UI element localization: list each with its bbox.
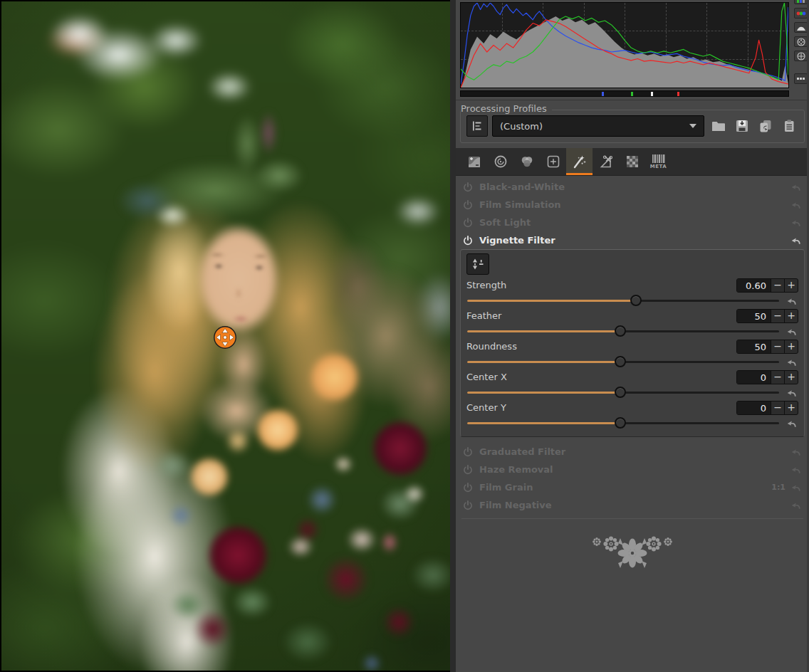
load-profile-button[interactable] — [709, 117, 728, 136]
medium-flower-right — [646, 536, 661, 551]
reset-icon[interactable] — [786, 357, 798, 367]
histogram-luminosity-button[interactable] — [794, 22, 808, 33]
decrement-button[interactable]: − — [771, 279, 784, 292]
copy-icon — [757, 117, 774, 135]
filter-row-soft-light[interactable]: Soft Light — [456, 214, 809, 231]
tab-exposure[interactable] — [461, 148, 487, 175]
medium-flower-left — [603, 536, 618, 551]
value-field[interactable]: 0 — [737, 401, 771, 414]
histogram-raw-button[interactable] — [794, 36, 808, 47]
center-x-slider[interactable] — [466, 385, 780, 399]
slider-label: Roundness — [466, 341, 517, 352]
reset-icon[interactable] — [786, 419, 798, 428]
slider-knob[interactable] — [615, 417, 626, 429]
slider-knob[interactable] — [615, 387, 626, 398]
decrement-button[interactable]: − — [771, 340, 784, 353]
reset-icon[interactable] — [786, 296, 798, 305]
feather-slider[interactable] — [466, 324, 780, 338]
slider-label: Center Y — [466, 402, 506, 413]
photo-preview[interactable] — [0, 0, 450, 672]
reset-icon[interactable] — [790, 200, 803, 209]
one-to-one-badge: 1:1 — [771, 483, 785, 492]
power-icon[interactable] — [463, 236, 473, 246]
tab-color[interactable] — [513, 148, 540, 175]
reset-icon[interactable] — [790, 483, 803, 492]
value-spinner: 50 − + — [736, 340, 798, 354]
tab-effects[interactable] — [566, 148, 593, 175]
histogram-chroma-button[interactable] — [794, 51, 808, 61]
decrement-button[interactable]: − — [771, 401, 784, 414]
tab-local-adjustments[interactable] — [540, 148, 566, 175]
save-profile-button[interactable] — [732, 117, 751, 136]
profile-select-dropdown[interactable]: (Custom) — [492, 115, 704, 137]
increment-button[interactable]: + — [784, 310, 798, 322]
small-flower-right — [664, 537, 672, 546]
tab-raw[interactable] — [619, 148, 645, 175]
power-icon[interactable] — [463, 465, 473, 475]
slider-group-center-y: Center Y 0 − + — [466, 399, 798, 430]
filter-row-vignette-filter[interactable]: Vignette Filter — [456, 231, 809, 249]
increment-button[interactable]: + — [784, 401, 798, 414]
reset-icon[interactable] — [790, 236, 803, 245]
histogram-rgb-button[interactable] — [794, 8, 808, 19]
move-cursor-icon — [213, 325, 237, 350]
reset-icon[interactable] — [790, 465, 803, 474]
value-field[interactable]: 0 — [737, 371, 771, 384]
reset-icon[interactable] — [786, 327, 798, 336]
power-icon[interactable] — [463, 500, 473, 510]
filter-row-film-grain[interactable]: Film Grain 1:1 — [456, 478, 809, 496]
slider-knob[interactable] — [615, 325, 626, 337]
power-icon[interactable] — [463, 200, 473, 210]
reset-icon[interactable] — [790, 500, 803, 510]
scale-partial-icon — [796, 0, 805, 3]
slider-label: Strength — [466, 280, 506, 290]
reset-icon[interactable] — [790, 447, 803, 456]
filter-row-haze-removal[interactable]: Haze Removal — [456, 461, 809, 478]
slider-knob[interactable] — [630, 295, 642, 306]
profile-fill-mode-button[interactable] — [466, 115, 488, 137]
vignette-center-adjust-button[interactable] — [466, 253, 489, 275]
filter-row-film-negative[interactable]: Film Negative — [456, 496, 809, 514]
decrement-button[interactable]: − — [771, 310, 784, 322]
tab-metadata[interactable]: META — [645, 148, 672, 175]
power-icon[interactable] — [463, 218, 473, 228]
vignette-center-handle[interactable] — [213, 325, 237, 350]
tab-transform[interactable] — [593, 148, 619, 175]
power-icon[interactable] — [463, 447, 473, 457]
increment-button[interactable]: + — [784, 371, 798, 384]
power-icon[interactable] — [463, 483, 473, 493]
tab-metadata-label: META — [650, 164, 667, 169]
histogram-scale-button[interactable] — [794, 0, 808, 4]
filter-label: Vignette Filter — [479, 235, 555, 246]
scale-marker — [602, 92, 604, 96]
filter-row-graduated-filter[interactable]: Graduated Filter — [456, 443, 809, 461]
scale-marker — [651, 92, 653, 96]
slider-knob[interactable] — [615, 356, 626, 367]
bar-options-icon — [796, 76, 805, 81]
paste-profile-button[interactable] — [779, 117, 798, 136]
rgb-channels-icon — [796, 10, 806, 17]
value-field[interactable]: 50 — [737, 310, 771, 322]
center-y-slider[interactable] — [466, 416, 780, 430]
editor-right-panel: Processing Profiles (Custom) — [456, 0, 809, 672]
value-field[interactable]: 0.60 — [737, 279, 771, 292]
histogram-bar-button[interactable] — [794, 73, 808, 84]
roundness-slider[interactable] — [466, 355, 780, 369]
scale-marker — [631, 92, 633, 96]
decrement-button[interactable]: − — [771, 371, 784, 384]
tab-detail[interactable] — [487, 148, 513, 175]
filter-row-black-and-white[interactable]: Black-and-White — [456, 178, 809, 196]
value-field[interactable]: 50 — [737, 340, 771, 353]
power-icon[interactable] — [463, 182, 473, 192]
filter-row-film-simulation[interactable]: Film Simulation — [456, 196, 809, 214]
increment-button[interactable]: + — [784, 340, 798, 353]
increment-button[interactable]: + — [784, 279, 798, 292]
processing-profiles-label: Processing Profiles — [461, 103, 552, 114]
reset-icon[interactable] — [790, 182, 803, 191]
copy-profile-button[interactable] — [756, 117, 775, 136]
reset-icon[interactable] — [790, 218, 803, 227]
vignette-center-adjuster-icon — [471, 257, 485, 271]
tab-exposure-icon — [466, 154, 482, 169]
reset-icon[interactable] — [786, 388, 798, 397]
strength-slider[interactable] — [466, 293, 780, 308]
